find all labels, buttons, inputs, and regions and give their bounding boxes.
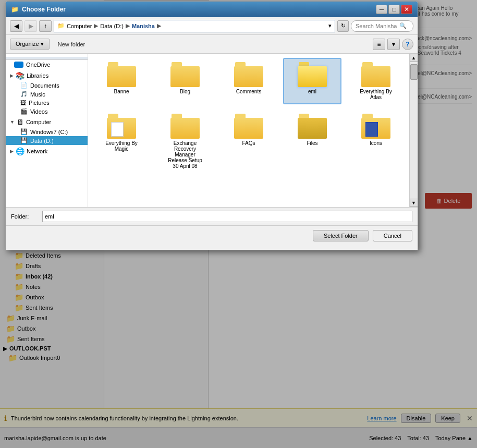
search-icon: 🔍 xyxy=(399,22,407,29)
help-button[interactable]: ? xyxy=(402,39,413,50)
organize-toolbar: Organize ▾ New folder ≡ ▾ ? xyxy=(6,35,418,54)
folder-exchange[interactable]: Exchange Recovery Manager Release Setup … xyxy=(156,110,214,173)
folder-blog[interactable]: Blog xyxy=(156,58,214,104)
onedrive-icon xyxy=(14,62,23,68)
folder-eml-icon xyxy=(298,62,327,87)
dialog-actions: Select Folder Cancel xyxy=(6,225,418,246)
address-dropdown-arrow[interactable]: ▾ xyxy=(328,22,332,29)
dialog-body: OneDrive ▶ 📚 Libraries 📄 Documents 🎵 Mus… xyxy=(6,54,418,207)
address-arrow-1: ▶ xyxy=(94,22,98,29)
folder-everything-atlas-icon xyxy=(361,62,390,87)
dialog-navigation: OneDrive ▶ 📚 Libraries 📄 Documents 🎵 Mus… xyxy=(6,54,88,207)
organize-button[interactable]: Organize ▾ xyxy=(10,39,50,50)
nav-computer-section[interactable]: ▼ 🖥 Computer xyxy=(6,116,88,127)
nav-data-d[interactable]: 💾 Data (D:) xyxy=(6,136,88,145)
nav-onedrive-label: OneDrive xyxy=(26,62,50,68)
videos-icon: 🎬 xyxy=(20,108,28,115)
address-bar: 📁 Computer ▶ Data (D:) ▶ Manisha ▶ ▾ xyxy=(54,20,335,32)
nav-onedrive[interactable]: OneDrive xyxy=(6,60,88,69)
nav-documents[interactable]: 📄 Documents xyxy=(6,81,88,90)
expand-icon-3: ▶ xyxy=(10,149,14,154)
view-toggle-button[interactable]: ≡ xyxy=(373,39,385,50)
nav-pictures-label: Pictures xyxy=(29,100,50,106)
files-grid: Banne Blog Comments xyxy=(92,58,405,173)
nav-libraries-label: Libraries xyxy=(27,72,48,79)
address-segment-computer[interactable]: Computer xyxy=(67,23,92,29)
select-folder-button[interactable]: Select Folder xyxy=(313,230,369,241)
folder-comments-icon xyxy=(234,62,263,87)
folder-banne[interactable]: Banne xyxy=(92,58,151,104)
dialog-title: 📁 Choose Folder xyxy=(11,6,66,13)
folder-comments[interactable]: Comments xyxy=(219,58,278,104)
folder-exchange-icon xyxy=(170,114,200,139)
new-folder-button[interactable]: New folder xyxy=(54,40,90,49)
folder-field-label: Folder: xyxy=(11,213,42,220)
scrollbar-thumb[interactable] xyxy=(410,64,418,80)
address-icon: 📁 xyxy=(57,22,65,29)
folder-eml[interactable]: eml xyxy=(283,58,341,104)
folder-everything-atlas-label: Everything By Atlas xyxy=(358,89,394,100)
nav-documents-label: Documents xyxy=(30,82,59,89)
folder-field-row: Folder: xyxy=(6,207,418,225)
scroll-up-button[interactable]: ▲ xyxy=(410,54,418,62)
folder-everything-magic-label: Everything By Magic xyxy=(103,140,140,152)
folder-files-label: Files xyxy=(307,140,317,146)
search-input[interactable] xyxy=(356,23,397,29)
pictures-icon: 🖼 xyxy=(20,100,26,106)
folder-exchange-label: Exchange Recovery Manager Release Setup … xyxy=(167,140,203,169)
address-arrow-2: ▶ xyxy=(126,22,130,29)
choose-folder-dialog: 📁 Choose Folder ─ □ ✕ ◀ ▶ ↑ 📁 Computer ▶… xyxy=(5,1,418,250)
nav-pictures[interactable]: 🖼 Pictures xyxy=(6,99,88,107)
forward-button[interactable]: ▶ xyxy=(25,20,37,32)
nav-network-section[interactable]: ▶ 🌐 Network xyxy=(6,145,88,156)
folder-faqs[interactable]: FAQs xyxy=(219,110,278,173)
nav-windows7[interactable]: 💾 Windows7 (C:) xyxy=(6,127,88,136)
folder-faqs-icon xyxy=(234,114,263,139)
nav-music-label: Music xyxy=(30,91,45,98)
nav-music[interactable]: 🎵 Music xyxy=(6,90,88,99)
close-button[interactable]: ✕ xyxy=(401,5,412,14)
address-segment-manisha[interactable]: Manisha xyxy=(132,23,155,29)
nav-network-label: Network xyxy=(27,148,47,154)
minimize-button[interactable]: ─ xyxy=(376,5,387,14)
up-button[interactable]: ↑ xyxy=(39,20,52,32)
documents-icon: 📄 xyxy=(20,82,28,89)
dialog-title-text: Choose Folder xyxy=(22,6,66,13)
folder-name-input[interactable] xyxy=(42,211,412,222)
refresh-button[interactable]: ↻ xyxy=(337,20,349,32)
file-grid-container: Banne Blog Comments xyxy=(88,54,409,207)
address-arrow-3: ▶ xyxy=(157,22,161,29)
scroll-down-button[interactable]: ▼ xyxy=(410,199,418,207)
folder-icons[interactable]: Icons xyxy=(347,110,405,173)
expand-icon: ▶ xyxy=(10,73,14,78)
folder-icons-label: Icons xyxy=(370,140,382,146)
folder-faqs-label: FAQs xyxy=(242,140,255,146)
search-box[interactable]: 🔍 xyxy=(351,20,413,32)
folder-icon: 📁 xyxy=(11,6,19,13)
back-button[interactable]: ◀ xyxy=(10,20,22,32)
folder-everything-atlas[interactable]: Everything By Atlas xyxy=(347,58,405,104)
nav-videos-label: Videos xyxy=(30,108,47,115)
computer-icon: 🖥 xyxy=(17,118,24,126)
maximize-button[interactable]: □ xyxy=(388,5,400,14)
folder-banne-icon xyxy=(107,62,136,87)
cancel-button[interactable]: Cancel xyxy=(373,230,412,241)
expand-icon-2: ▼ xyxy=(10,119,15,125)
music-icon: 🎵 xyxy=(20,91,28,98)
drive-d-icon: 💾 xyxy=(20,137,28,144)
address-segment-data[interactable]: Data (D:) xyxy=(100,23,124,29)
folder-files-icon xyxy=(298,114,327,139)
folder-blog-icon xyxy=(170,62,200,87)
dialog-titlebar: 📁 Choose Folder ─ □ ✕ xyxy=(6,2,418,17)
nav-windows7-label: Windows7 (C:) xyxy=(30,129,68,135)
view-dropdown-button[interactable]: ▾ xyxy=(387,39,400,50)
nav-libraries-section[interactable]: ▶ 📚 Libraries xyxy=(6,69,88,81)
folder-everything-magic[interactable]: Everything By Magic xyxy=(92,110,151,173)
folder-blog-label: Blog xyxy=(180,89,190,94)
folder-banne-label: Banne xyxy=(114,89,129,94)
folder-eml-label: eml xyxy=(308,89,316,94)
nav-videos[interactable]: 🎬 Videos xyxy=(6,107,88,116)
drive-c-icon: 💾 xyxy=(20,128,28,135)
folder-icons-icon xyxy=(361,114,390,139)
folder-files[interactable]: Files xyxy=(283,110,341,173)
